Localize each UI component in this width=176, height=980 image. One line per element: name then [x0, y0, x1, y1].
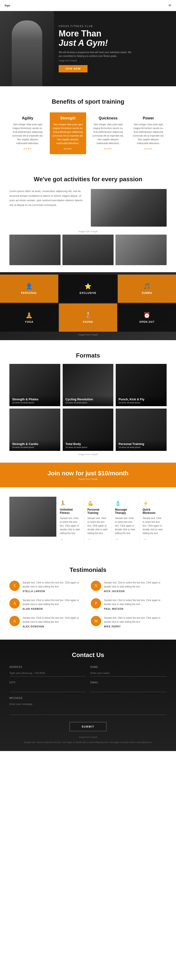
join-banner-img-credit: Images from Freepik: [10, 478, 166, 480]
yoga-icon: 🧘: [25, 312, 33, 318]
benefit-agility-more[interactable]: MORE: [24, 148, 32, 150]
personal-training-icon: 💪: [87, 500, 108, 506]
activities-img-credit: Images from Freepik: [10, 231, 166, 233]
hero-title: More ThanJust A Gym!: [59, 29, 134, 48]
hero-subtitle: CROSS FITNESS CLUB: [59, 25, 134, 27]
testimonial-alan: A Sample text. Click to select the text …: [10, 598, 85, 610]
name-input[interactable]: [90, 670, 166, 676]
benefit-strength-title: Strength: [52, 116, 84, 120]
personal-training-desc: Sample text. Click to select the text bo…: [87, 517, 108, 535]
format-punch-name: Punch, Kick & Fly: [119, 398, 164, 401]
format-strength-cardio-name: Strength & Cardio: [12, 442, 57, 446]
format-cycling[interactable]: Cycling Revolution 16 amor sit amet ipsu…: [63, 364, 114, 406]
city-label: City: [10, 681, 86, 684]
service-exclusive[interactable]: ⭐ EXCLUSIVE: [59, 275, 117, 303]
benefit-agility: Agility Sem integer vitae justo eget mag…: [10, 112, 46, 154]
testimonial-paul-text: Sample text. Click to select the text bo…: [104, 598, 166, 606]
exclusive-label: EXCLUSIVE: [79, 291, 96, 294]
nav-logo[interactable]: logo: [5, 3, 10, 7]
navbar: logo ≡: [0, 0, 176, 11]
benefits-grid: Agility Sem integer vitae justo eget mag…: [10, 112, 166, 154]
format-strength-cardio[interactable]: Strength & Cardio 16 amor sit amet ipsum: [10, 409, 60, 451]
join-now-button[interactable]: JOIN NOW: [59, 65, 87, 72]
name-field-group: Name: [90, 666, 166, 676]
testimonial-alex: A Sample text. Click to select the text …: [10, 616, 85, 628]
testimonials-title: Testimonials: [10, 566, 166, 574]
hero-content: CROSS FITNESS CLUB More ThanJust A Gym! …: [0, 18, 143, 79]
email-input[interactable]: [90, 685, 166, 692]
service-personal[interactable]: 👤 PERSONAL: [0, 275, 58, 303]
massage-desc: Sample text. Click to select the text bo…: [115, 517, 136, 535]
city-field-group: City: [10, 681, 86, 692]
message-label: Message: [10, 697, 166, 699]
testimonial-nick: N Sample text. Click to select the text …: [91, 581, 166, 593]
format-strength-pilates-meta: 16 amor sit amet ipsum: [12, 401, 57, 404]
services-img-credit: Images from Freepik: [0, 332, 176, 338]
submit-button[interactable]: SUBMIT: [70, 722, 106, 731]
feature-personal: 💪 Personal Training Sample text. Click t…: [84, 497, 112, 545]
activities-section: We've got activities for every passion L…: [0, 164, 176, 272]
avatar-alan: A: [10, 598, 20, 609]
features-section: 🏃 Unlimited Fitness Sample text. Click t…: [0, 487, 176, 555]
email-label: Email: [90, 681, 166, 684]
service-yoga[interactable]: 🧘 YOGA: [0, 304, 58, 332]
format-personal-training[interactable]: Personal Training 16 amor sit amet ipsum: [116, 409, 166, 451]
format-strength-pilates[interactable]: Strength & Pilates 16 amor sit amet ipsu…: [10, 364, 60, 406]
format-total-body-meta: 16 amor sit amet ipsum: [65, 446, 111, 449]
city-input[interactable]: [10, 685, 86, 692]
exclusive-icon: ⭐: [84, 283, 92, 290]
format-punch-meta: 16 amor sit amet ipsum: [119, 401, 164, 404]
benefit-quickness-title: Quickness: [92, 116, 124, 120]
testimonial-paul-name: PAUL WATSON: [104, 608, 166, 610]
format-punch[interactable]: Punch, Kick & Fly 16 amor sit amet ipsum: [116, 364, 166, 406]
activity-photo-2: [62, 235, 114, 265]
benefit-quickness-more[interactable]: MORE: [104, 148, 112, 150]
service-zumba[interactable]: 🎵 ZUMBA: [118, 275, 176, 303]
format-cycling-meta: 16 amor sit amet ipsum: [65, 401, 111, 404]
formats-img-credit: Images from Freepik: [10, 453, 166, 455]
personal-training-arrow[interactable]: →: [87, 537, 108, 541]
format-total-body-name: Total Body: [65, 442, 111, 446]
message-input[interactable]: [10, 701, 166, 715]
feature-massage: 🧴 Massage Therapy Sample text. Click to …: [111, 497, 139, 545]
services-section: 👤 PERSONAL ⭐ EXCLUSIVE 🎵 ZUMBA 🧘 YOGA 🌡️…: [0, 272, 176, 340]
service-open24[interactable]: ⏰ OPEN 24/7: [118, 304, 176, 332]
massage-arrow[interactable]: →: [115, 537, 136, 541]
activity-photo-1: [10, 235, 60, 265]
personal-label: PERSONAL: [21, 291, 37, 294]
open24-label: OPEN 24/7: [140, 320, 155, 323]
unlimited-arrow[interactable]: →: [60, 537, 81, 541]
benefit-strength: Strength Sem integer vitae justo eget ma…: [50, 112, 86, 154]
message-field-group: Message: [10, 697, 166, 715]
testimonial-nick-name: NICK JACKSON: [104, 590, 166, 593]
testimonial-alex-name: ALEX DONOVAN: [22, 625, 85, 628]
address-input[interactable]: [10, 670, 86, 676]
hamburger-icon[interactable]: ≡: [168, 2, 171, 8]
join-banner: Join now for just $10/month Images from …: [0, 463, 176, 487]
benefit-strength-more[interactable]: MORE: [64, 148, 72, 150]
formats-section: Formats Strength & Pilates 16 amor sit a…: [0, 340, 176, 463]
format-personal-meta: 16 amor sit amet ipsum: [119, 446, 164, 449]
sauna-label: SAUNA: [83, 320, 93, 323]
unlimited-desc: Sample text. Click to select the text bo…: [60, 517, 81, 535]
zumba-label: ZUMBA: [142, 291, 152, 294]
hero-img-credit: Image from Freepik: [59, 59, 134, 62]
massage-title: Massage Therapy: [115, 508, 136, 515]
format-strength-cardio-meta: 16 amor sit amet ipsum: [12, 446, 57, 449]
quick-arrow[interactable]: →: [143, 537, 163, 541]
testimonial-alan-name: ALAN HARMON: [22, 608, 85, 610]
format-total-body[interactable]: Total Body 16 amor sit amet ipsum: [63, 409, 114, 451]
benefit-power-more[interactable]: MORE: [144, 148, 152, 150]
testimonial-paul: P Sample text. Click to select the text …: [91, 598, 166, 610]
service-sauna[interactable]: 🌡️ SAUNA: [59, 304, 117, 332]
contact-footer-text: Sample text. Click to select the text bo…: [10, 741, 166, 746]
open24-icon: ⏰: [143, 312, 151, 318]
unlimited-title: Unlimited Fitness: [60, 508, 81, 515]
avatar-paul: P: [91, 598, 101, 609]
benefits-section: Benefits of sport training Agility Sem i…: [0, 86, 176, 164]
benefit-quickness: Quickness Sem integer vitae justo eget m…: [90, 112, 127, 154]
testimonials-section: Testimonials S Sample text. Click to sel…: [0, 555, 176, 640]
activity-photo-3: [116, 235, 166, 265]
testimonial-alan-text: Sample text. Click to select the text bo…: [22, 598, 85, 606]
benefit-agility-title: Agility: [12, 116, 44, 120]
